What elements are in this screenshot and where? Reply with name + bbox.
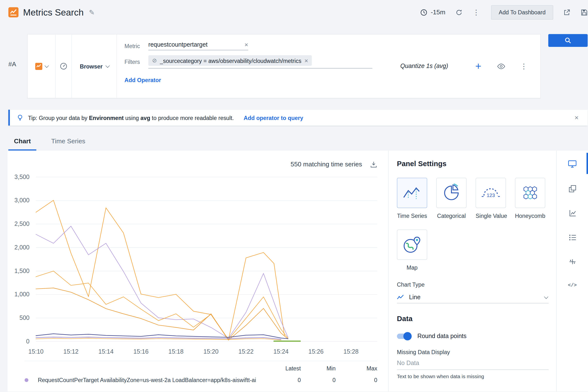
query-kebab-icon[interactable]: ⋮ xyxy=(520,62,527,71)
series-min-value: 0 xyxy=(301,377,336,383)
time-series-chart-icon xyxy=(402,184,422,201)
time-series-chart[interactable]: 05001,0001,5002,0002,5003,0003,50015:101… xyxy=(8,171,388,360)
time-range-picker[interactable]: -15m xyxy=(420,8,445,16)
y-axis-tick-label: 0 xyxy=(26,338,30,345)
clear-metric-icon[interactable]: × xyxy=(244,42,248,48)
y-axis-tick-label: 2,500 xyxy=(14,220,30,227)
panel-type-single-value[interactable]: 123 Single Value xyxy=(476,178,506,219)
x-axis-tick-label: 15:16 xyxy=(133,348,149,355)
add-to-dashboard-button[interactable]: Add To Dashboard xyxy=(491,5,553,20)
query-row-controls: Quantize 1s (avg) + ⋮ xyxy=(400,34,540,98)
round-data-points-row[interactable]: Round data points xyxy=(397,333,549,340)
panel-settings-title: Panel Settings xyxy=(397,160,549,168)
run-search-button[interactable] xyxy=(548,34,588,47)
honeycomb-type-card[interactable] xyxy=(515,178,545,208)
panel-type-map[interactable]: Map xyxy=(397,230,427,271)
chart-line-orange-4 xyxy=(36,338,281,340)
search-icon xyxy=(564,37,571,44)
x-axis-tick-label: 15:26 xyxy=(308,348,323,355)
header-kebab-icon[interactable]: ⋮ xyxy=(473,8,480,17)
metrics-app-icon xyxy=(8,7,19,18)
edit-title-icon[interactable]: ✎ xyxy=(89,8,95,16)
tip-text: Tip: Group your data by Environment usin… xyxy=(28,114,234,121)
chart-line-orange-3 xyxy=(36,288,288,340)
time-series-type-card[interactable] xyxy=(397,178,427,208)
chart-type-label: Chart Type xyxy=(397,282,549,288)
categorical-type-card[interactable] xyxy=(436,178,467,208)
add-operator-link[interactable]: Add Operator xyxy=(124,77,161,83)
general-settings-icon[interactable] xyxy=(568,160,577,168)
refresh-icon[interactable] xyxy=(455,8,463,16)
y-axis-tick-label: 500 xyxy=(20,314,30,321)
y-axis-tick-label: 1,000 xyxy=(14,291,30,298)
legend-col-max: Max xyxy=(336,365,377,371)
series-max-value: 0 xyxy=(336,377,377,383)
panel-type-label: Categorical xyxy=(436,212,467,219)
filter-chip-text: _sourcecategory = aws/observability/clou… xyxy=(160,57,301,64)
time-range-value[interactable]: -15m xyxy=(431,8,445,16)
y-axis-tick-label: 3,500 xyxy=(14,174,30,180)
query-row-a: #A Browser Metric xyxy=(0,34,588,98)
chevron-down-icon xyxy=(106,64,110,68)
single-value-type-card[interactable]: 123 xyxy=(476,178,506,208)
save-icon[interactable] xyxy=(580,8,588,16)
query-type-selector[interactable] xyxy=(28,34,56,98)
remove-filter-icon[interactable]: × xyxy=(304,57,308,64)
legend-settings-icon[interactable] xyxy=(568,234,576,241)
outliers-settings-icon[interactable] xyxy=(568,258,576,266)
x-axis-tick-label: 15:22 xyxy=(238,348,253,355)
share-icon[interactable] xyxy=(563,8,570,16)
metric-value-text: requestcountpertarget xyxy=(148,41,208,48)
tab-time-series[interactable]: Time Series xyxy=(46,134,91,150)
pie-chart-icon xyxy=(442,183,461,202)
metrics-search-page: Metrics Search ✎ -15m ⋮ Add To Dashboard xyxy=(0,0,588,392)
missing-data-label: Missing Data Display xyxy=(397,349,549,355)
download-chart-icon[interactable] xyxy=(370,161,378,168)
filter-chip[interactable]: ⊘ _sourcecategory = aws/observability/cl… xyxy=(148,55,312,66)
add-query-icon[interactable]: + xyxy=(475,61,481,72)
legend-col-min: Min xyxy=(301,365,336,371)
chart-legend: Latest Min Max RequestCountPerTarget Ava… xyxy=(25,361,377,383)
x-axis-tick-label: 15:28 xyxy=(343,348,358,355)
chart-line-orange-1 xyxy=(36,200,285,340)
line-chart-icon xyxy=(397,294,405,300)
tab-chart[interactable]: Chart xyxy=(8,134,37,150)
json-editor-icon[interactable]: </> xyxy=(568,282,576,288)
panel-type-time-series[interactable]: Time Series xyxy=(397,178,427,219)
panel-type-honeycomb[interactable]: Honeycomb xyxy=(515,178,545,219)
legend-row[interactable]: RequestCountPerTarget AvailabilityZone=u… xyxy=(25,377,377,383)
exclude-icon: ⊘ xyxy=(152,57,157,64)
x-axis-tick-label: 15:10 xyxy=(29,348,44,355)
matching-series-count: 550 matching time series xyxy=(291,161,362,168)
query-row-label: #A xyxy=(8,60,16,68)
panel-type-grid: Time Series Categorical 123 Single Value xyxy=(397,178,549,271)
round-data-points-toggle[interactable] xyxy=(397,334,411,339)
panel-type-categorical[interactable]: Categorical xyxy=(436,178,467,219)
results-area: 550 matching time series 05001,0001,5002… xyxy=(8,150,588,392)
map-type-card[interactable] xyxy=(397,230,427,260)
browser-dropdown-label: Browser xyxy=(80,63,103,69)
add-operator-to-query-link[interactable]: Add operator to query xyxy=(244,114,303,121)
series-color-dot xyxy=(25,378,29,382)
lightbulb-icon xyxy=(17,114,24,122)
queries-layers-icon[interactable] xyxy=(568,185,576,192)
gauge-icon xyxy=(59,62,68,70)
close-tip-icon[interactable]: × xyxy=(575,114,578,122)
metric-source-button[interactable] xyxy=(56,34,72,98)
chart-type-select[interactable]: Line xyxy=(397,292,549,303)
browser-dropdown[interactable]: Browser xyxy=(72,34,117,98)
chart-line-orange-2 xyxy=(36,271,288,340)
result-tabs: Chart Time Series xyxy=(0,134,588,150)
filters-input[interactable]: ⊘ _sourcecategory = aws/observability/cl… xyxy=(148,55,372,68)
svg-text:123: 123 xyxy=(487,192,495,198)
chevron-down-icon xyxy=(45,64,49,68)
toggle-visibility-icon[interactable] xyxy=(497,64,505,69)
axes-settings-icon[interactable] xyxy=(568,210,576,217)
chart-type-value: Line xyxy=(409,294,420,301)
header: Metrics Search ✎ -15m ⋮ Add To Dashboard xyxy=(0,0,588,24)
missing-data-input[interactable]: No Data xyxy=(397,360,549,370)
tip-banner: Tip: Group your data by Environment usin… xyxy=(8,110,587,126)
round-data-points-label: Round data points xyxy=(417,333,466,340)
chevron-down-icon xyxy=(544,294,548,299)
metric-input[interactable]: requestcountpertarget × xyxy=(148,41,248,50)
